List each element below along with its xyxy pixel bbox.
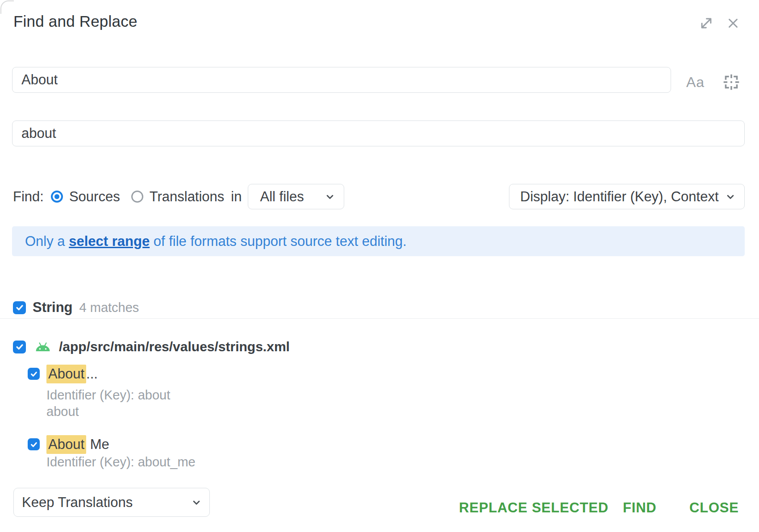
search-input[interactable]: [12, 67, 671, 93]
replace-selected-button[interactable]: REPLACE SELECTED: [459, 500, 609, 516]
match-checkbox[interactable]: [28, 438, 40, 450]
match-detail: about: [46, 404, 79, 419]
replace-input[interactable]: [12, 121, 745, 146]
match-detail: Identifier (Key): about_me: [46, 455, 196, 470]
match-count: 4 matches: [79, 300, 139, 315]
keep-translations-select[interactable]: Keep Translations: [13, 488, 210, 517]
string-group-checkbox[interactable]: [13, 301, 26, 314]
chevron-down-icon: [191, 497, 202, 508]
close-dialog-button[interactable]: CLOSE: [689, 500, 739, 516]
string-group-row: String 4 matches: [13, 299, 139, 316]
match-case-button[interactable]: Aa: [686, 74, 705, 91]
close-button[interactable]: [725, 15, 741, 31]
dialog-title: Find and Replace: [13, 12, 138, 30]
files-scope-select[interactable]: All files: [248, 184, 344, 209]
radio-sources[interactable]: [51, 191, 63, 203]
file-path: /app/src/main/res/values/strings.xml: [59, 339, 290, 354]
android-icon: [35, 341, 51, 353]
banner-text: Only a select range of file formats supp…: [25, 233, 407, 249]
radio-translations[interactable]: [131, 191, 143, 203]
find-options-row: Find: Sources Translations in All files: [13, 184, 344, 209]
display-select-value: Display: Identifier (Key), Context: [520, 189, 719, 205]
close-icon: [726, 16, 741, 31]
open-in-full-icon: [699, 16, 714, 31]
highlighted-match: About: [46, 365, 86, 383]
find-label: Find:: [13, 189, 44, 205]
check-icon: [15, 303, 25, 312]
file-row: /app/src/main/res/values/strings.xml: [13, 339, 290, 354]
radio-sources-label[interactable]: Sources: [69, 189, 120, 205]
find-and-replace-dialog: Find and Replace Aa Find: Sources Transl…: [0, 0, 759, 532]
keep-translations-value: Keep Translations: [22, 495, 133, 511]
dialog-corner: [0, 0, 14, 14]
chevron-down-icon: [725, 191, 736, 203]
divider: [0, 318, 759, 319]
match-row: About Me: [28, 436, 109, 453]
match-row: About...: [28, 366, 98, 382]
radio-translations-label[interactable]: Translations: [150, 189, 225, 205]
check-icon: [29, 440, 38, 449]
find-button[interactable]: FIND: [623, 500, 657, 516]
highlighted-match: About: [46, 435, 86, 454]
info-banner: Only a select range of file formats supp…: [12, 226, 745, 256]
select-area-icon: [721, 72, 742, 92]
match-text: About...: [46, 366, 98, 382]
display-select[interactable]: Display: Identifier (Key), Context: [509, 184, 745, 209]
match-rest: Me: [86, 436, 109, 452]
match-detail: Identifier (Key): about: [46, 388, 170, 403]
chevron-down-icon: [324, 191, 336, 203]
expand-button[interactable]: [698, 15, 714, 31]
select-range-link[interactable]: select range: [69, 233, 150, 249]
string-group-label: String: [33, 299, 73, 316]
in-label: in: [231, 189, 242, 205]
match-rest: ...: [86, 366, 98, 382]
banner-prefix: Only a: [25, 233, 69, 249]
match-checkbox[interactable]: [28, 368, 40, 380]
check-icon: [29, 370, 38, 378]
files-scope-value: All files: [260, 189, 304, 205]
banner-suffix: of file formats support source text edit…: [150, 233, 407, 249]
select-area-button[interactable]: [721, 71, 742, 93]
check-icon: [15, 342, 25, 352]
match-text: About Me: [46, 436, 109, 453]
file-checkbox[interactable]: [13, 341, 26, 353]
